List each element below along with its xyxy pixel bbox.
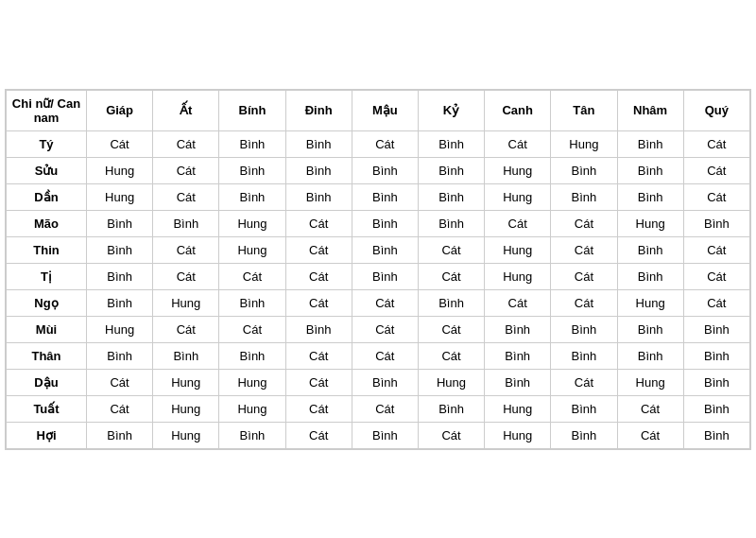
table-cell: Cát <box>551 236 617 263</box>
table-row: TịBìnhCátCátCátBìnhCátHungCátBìnhCát <box>7 263 750 289</box>
table-cell: Cát <box>683 236 749 263</box>
table-cell: Bình <box>285 130 352 157</box>
table-cell: Cát <box>352 289 418 316</box>
table-cell: Cát <box>219 263 285 289</box>
table-cell: Cát <box>285 422 352 448</box>
table-cell: Bình <box>551 342 617 369</box>
table-cell: Bình <box>418 183 484 210</box>
table-cell: Cát <box>153 236 219 263</box>
table-row: HợiBìnhHungBìnhCátBìnhCátHungBìnhCátBình <box>7 422 750 448</box>
table-cell: Cát <box>683 263 749 289</box>
table-cell: Bình <box>219 157 285 183</box>
table-cell: Cát <box>153 157 219 183</box>
table-cell: Cát <box>551 289 617 316</box>
table-cell: Cát <box>683 130 749 157</box>
table-cell: Bình <box>87 289 153 316</box>
table-cell: Bình <box>617 316 683 342</box>
table-cell: Hung <box>485 422 551 448</box>
table-cell: Cát <box>285 236 352 263</box>
table-cell: Bình <box>352 422 418 448</box>
table-cell: Hung <box>485 263 551 289</box>
row-label-mão: Mão <box>7 210 87 236</box>
table-cell: Bình <box>352 263 418 289</box>
table-cell: Bình <box>219 130 285 157</box>
table-cell: Cát <box>153 263 219 289</box>
table-row: TýCátCátBìnhBìnhCátBìnhCátHungBìnhCát <box>7 130 750 157</box>
table-cell: Bình <box>219 422 285 448</box>
table-cell: Hung <box>153 289 219 316</box>
table-cell: Bình <box>418 289 484 316</box>
table-cell: Cát <box>683 289 749 316</box>
table-cell: Bình <box>352 369 418 395</box>
table-row: MùiHungCátCátBìnhCátCátBìnhBìnhBìnhBình <box>7 316 750 342</box>
header-chi-nu-can-nam: Chi nữ/ Can nam <box>7 90 87 130</box>
table-cell: Cát <box>352 395 418 422</box>
header-kỷ: Kỷ <box>418 90 484 130</box>
table-cell: Cát <box>285 263 352 289</box>
table-cell: Cát <box>617 422 683 448</box>
table-cell: Cát <box>153 316 219 342</box>
table-cell: Hung <box>551 130 617 157</box>
table-cell: Cát <box>485 289 551 316</box>
table-cell: Bình <box>285 183 352 210</box>
table-cell: Hung <box>418 369 484 395</box>
table-cell: Bình <box>551 316 617 342</box>
table-cell: Bình <box>153 342 219 369</box>
table-cell: Cát <box>87 369 153 395</box>
table-cell: Bình <box>617 263 683 289</box>
table-cell: Hung <box>485 395 551 422</box>
header-giáp: Giáp <box>87 90 153 130</box>
table-cell: Bình <box>352 210 418 236</box>
table-cell: Hung <box>617 289 683 316</box>
table-cell: Bình <box>617 342 683 369</box>
table-cell: Cát <box>617 395 683 422</box>
header-đinh: Đinh <box>285 90 352 130</box>
table-cell: Cát <box>285 395 352 422</box>
table-cell: Hung <box>485 157 551 183</box>
table-cell: Bình <box>418 395 484 422</box>
table-cell: Hung <box>219 236 285 263</box>
table-cell: Bình <box>551 157 617 183</box>
table-row: SửuHungCátBìnhBìnhBìnhBìnhHungBìnhBìnhCá… <box>7 157 750 183</box>
table-cell: Cát <box>285 369 352 395</box>
table-cell: Hung <box>617 369 683 395</box>
table-cell: Cát <box>219 316 285 342</box>
table-cell: Bình <box>617 130 683 157</box>
table-cell: Hung <box>485 183 551 210</box>
table-cell: Cát <box>683 157 749 183</box>
table-row: ThânBìnhBìnhBìnhCátCátCátBìnhBìnhBìnhBìn… <box>7 342 750 369</box>
table-row: MãoBìnhBìnhHungCátBìnhBìnhCátCátHungBình <box>7 210 750 236</box>
table-cell: Bình <box>87 236 153 263</box>
table-cell: Cát <box>485 210 551 236</box>
table-cell: Bình <box>352 236 418 263</box>
table-cell: Hung <box>485 236 551 263</box>
table-cell: Hung <box>219 210 285 236</box>
table-cell: Cát <box>418 422 484 448</box>
table-cell: Hung <box>153 369 219 395</box>
table-cell: Bình <box>153 210 219 236</box>
table-cell: Bình <box>418 210 484 236</box>
table-cell: Hung <box>617 210 683 236</box>
row-label-hợi: Hợi <box>7 422 87 448</box>
table-cell: Bình <box>485 369 551 395</box>
row-label-dần: Dần <box>7 183 87 210</box>
header-ất: Ất <box>153 90 219 130</box>
table-cell: Cát <box>285 342 352 369</box>
table-cell: Cát <box>87 395 153 422</box>
table-cell: Cát <box>285 289 352 316</box>
header-mậu: Mậu <box>352 90 418 130</box>
row-label-thin: Thin <box>7 236 87 263</box>
row-label-thân: Thân <box>7 342 87 369</box>
table-cell: Bình <box>617 157 683 183</box>
main-table-container: Chi nữ/ Can namGiápẤtBínhĐinhMậuKỷCanhTâ… <box>5 89 751 450</box>
row-label-dậu: Dậu <box>7 369 87 395</box>
table-cell: Bình <box>551 183 617 210</box>
table-cell: Bình <box>485 342 551 369</box>
table-row: TuấtCátHungHungCátCátBìnhHungBìnhCátBình <box>7 395 750 422</box>
table-cell: Cát <box>418 236 484 263</box>
table-cell: Bình <box>87 422 153 448</box>
table-cell: Cát <box>485 130 551 157</box>
header-quý: Quý <box>683 90 749 130</box>
table-cell: Bình <box>285 157 352 183</box>
table-cell: Bình <box>617 183 683 210</box>
